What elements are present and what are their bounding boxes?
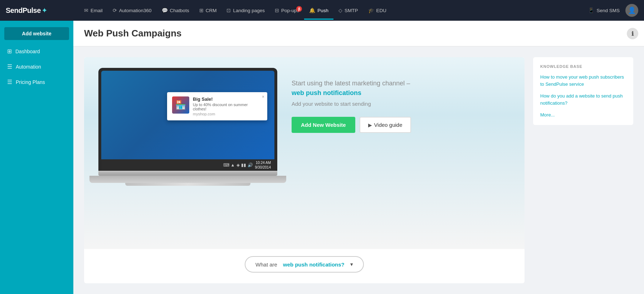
avatar-image: 👤 [628, 6, 636, 14]
notification-popup: × 🏪 Big Sale! Up to 40% discount on summ… [167, 92, 267, 120]
top-navigation: SendPulse ✦ ✉ Email ⟳ Automation360 💬 Ch… [0, 0, 644, 21]
nav-item-landing[interactable]: ⊡ Landing pages [221, 5, 270, 16]
nav-item-push[interactable]: 🔔 Push [304, 5, 333, 16]
laptop-base [98, 171, 277, 176]
laptop-screen-inner: × 🏪 Big Sale! Up to 40% discount on summ… [101, 71, 274, 171]
chatbots-icon: 💬 [162, 8, 168, 13]
notification-icon: 🏪 [172, 96, 189, 114]
nav-item-popups[interactable]: ⊟ Pop-ups β [270, 5, 304, 16]
pricing-icon: ☰ [7, 79, 12, 85]
logo-icon: ✦ [42, 6, 48, 15]
bottom-section: What are web push notifications? ▾ [84, 249, 525, 283]
nav-item-automation360[interactable]: ⟳ Automation360 [108, 5, 157, 16]
notification-title: Big Sale! [193, 96, 262, 102]
nav-item-chatbots[interactable]: 💬 Chatbots [157, 5, 194, 16]
sms-icon: 📱 [588, 8, 594, 13]
popups-icon: ⊟ [275, 8, 279, 13]
sidebar: Add website ⊞ Dashboard ☰ Automation ☰ P… [0, 21, 73, 294]
laptop-foot [125, 183, 250, 186]
automation-icon: ⟳ [113, 8, 117, 13]
nav-item-smtp[interactable]: ◇ SMTP [333, 5, 363, 16]
main-layout: Add website ⊞ Dashboard ☰ Automation ☰ P… [0, 0, 644, 294]
laptop-bottom [89, 176, 286, 183]
email-icon: ✉ [84, 8, 88, 13]
taskbar-wifi-icon: ◈ [236, 163, 240, 168]
notification-body: Up to 40% discount on summer clothes! [193, 103, 262, 111]
laptop-illustration: × 🏪 Big Sale! Up to 40% discount on summ… [98, 68, 277, 186]
kb-card: KNOWLEDGE BASE How to move your web push… [533, 57, 633, 125]
taskbar-signal-icon: ▮▮ [241, 163, 246, 168]
play-icon: ▶ [368, 122, 372, 128]
add-new-website-button[interactable]: Add New Website [292, 117, 355, 133]
sidebar-item-pricing[interactable]: ☰ Pricing Plans [0, 74, 73, 90]
main-card: × 🏪 Big Sale! Up to 40% discount on summ… [84, 57, 525, 283]
page-header: Web Push Campaigns [73, 21, 644, 46]
intro-highlight: web push notifications [292, 89, 361, 96]
knowledge-sidebar: KNOWLEDGE BASE How to move your web push… [533, 57, 633, 283]
push-icon: 🔔 [309, 8, 315, 13]
laptop-screen-outer: × 🏪 Big Sale! Up to 40% discount on summ… [98, 68, 277, 171]
nav-items: ✉ Email ⟳ Automation360 💬 Chatbots ⊞ CRM… [79, 5, 588, 16]
kb-link-0[interactable]: How to move your web push subscribers to… [540, 74, 626, 88]
content-body: × 🏪 Big Sale! Up to 40% discount on summ… [73, 46, 644, 294]
smtp-icon: ◇ [338, 8, 342, 13]
info-icon: ℹ [631, 30, 634, 37]
intro-sub: Add your website to start sending [292, 101, 510, 107]
page-title: Web Push Campaigns [84, 28, 633, 39]
kb-label: KNOWLEDGE BASE [540, 64, 626, 69]
dashboard-icon: ⊞ [7, 48, 12, 55]
action-buttons: Add New Website ▶ Video guide [292, 117, 510, 133]
crm-icon: ⊞ [199, 8, 204, 13]
nav-item-edu[interactable]: 🎓 EDU [363, 5, 392, 16]
notification-content: Big Sale! Up to 40% discount on summer c… [193, 96, 262, 116]
nav-item-email[interactable]: ✉ Email [79, 5, 108, 16]
avatar[interactable]: 👤 [625, 4, 638, 17]
send-sms-button[interactable]: 📱 Send SMS [588, 8, 620, 13]
taskbar-network-icon: ▲ [231, 163, 235, 168]
edu-icon: 🎓 [368, 8, 374, 13]
beta-badge: β [296, 6, 302, 12]
info-icon-button[interactable]: ℹ [627, 28, 638, 39]
landing-icon: ⊡ [226, 8, 231, 13]
kb-more-link[interactable]: More... [540, 112, 555, 118]
kb-link-1[interactable]: How do you add a website to send push no… [540, 93, 626, 106]
web-push-question-button[interactable]: What are web push notifications? ▾ [245, 256, 364, 273]
nav-right: 📱 Send SMS 👤 [588, 4, 638, 17]
sidebar-item-automation[interactable]: ☰ Automation [0, 59, 73, 74]
taskbar-sound-icon: 🔊 [248, 163, 253, 168]
taskbar-icons: ⌨ ▲ ◈ ▮▮ 🔊 [223, 163, 253, 168]
automation-sidebar-icon: ☰ [7, 63, 12, 70]
video-guide-button[interactable]: ▶ Video guide [360, 117, 411, 133]
notification-url: myshop.com [193, 112, 262, 116]
laptop-section: × 🏪 Big Sale! Up to 40% discount on summ… [84, 57, 525, 249]
taskbar-keyboard-icon: ⌨ [223, 163, 229, 168]
add-website-sidebar-button[interactable]: Add website [4, 27, 69, 40]
logo[interactable]: SendPulse ✦ [6, 6, 79, 15]
taskbar-time: 10:24 AM 9/30/2014 [255, 160, 271, 170]
nav-item-crm[interactable]: ⊞ CRM [194, 5, 222, 16]
sidebar-item-dashboard[interactable]: ⊞ Dashboard [0, 44, 73, 59]
intro-line1: Start using the latest marketing channel… [292, 79, 510, 98]
laptop-taskbar: ⌨ ▲ ◈ ▮▮ 🔊 10:24 AM 9/30/ [101, 159, 274, 171]
question-highlight: web push notifications? [283, 261, 345, 268]
content-area: Web Push Campaigns × [73, 21, 644, 294]
notification-close[interactable]: × [262, 94, 264, 99]
intro-content: Start using the latest marketing channel… [292, 68, 510, 133]
logo-text: SendPulse [6, 6, 41, 15]
